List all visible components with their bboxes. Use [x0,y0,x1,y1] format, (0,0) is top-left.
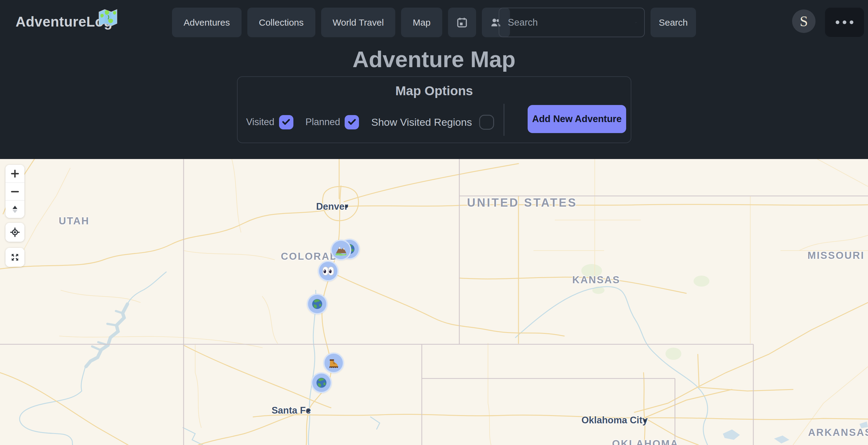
check-icon [281,118,291,127]
search-field-wrap [499,8,645,37]
folded-map-icon [98,8,118,27]
planned-checkbox[interactable] [345,115,359,129]
show-visited-regions-label: Show Visited Regions [371,116,472,128]
planned-label: Planned [306,117,340,127]
minus-icon [10,187,20,197]
options-divider [503,104,504,136]
show-visited-regions-checkbox[interactable] [479,115,494,130]
boot-emoji [327,356,340,369]
city-dot [307,409,310,412]
zoom-in-button[interactable] [5,165,24,182]
fullscreen-icon [10,253,20,262]
search-button[interactable]: Search [651,8,696,37]
geolocate-icon [10,227,20,237]
navbar: AdventureLog Adventures Collections Worl… [0,0,868,44]
zoom-out-button[interactable] [5,182,24,200]
ellipsis-icon [836,21,839,24]
tilt-icon [10,205,20,214]
tilt-button[interactable] [5,200,24,218]
city-label-oklahoma-city: Oklahoma City [581,415,648,426]
state-label-kansas: KANSAS [572,274,620,286]
calendar-button[interactable] [448,8,476,37]
geolocate-control [5,223,24,242]
city-dot [345,205,348,208]
nav-map[interactable]: Map [401,8,442,37]
state-label-missouri: MISSOURI [807,250,864,261]
page-title: Adventure Map [0,47,868,72]
add-new-adventure-button[interactable]: Add New Adventure [528,105,626,133]
city-label-santa-fe: Santa Fe [272,405,311,416]
state-label-oklahoma: OKLAHOMA [612,438,679,445]
state-label-arkansas: ARKANSAS [808,427,868,438]
adventure-marker-globe-emoji[interactable] [307,294,328,315]
adventure-marker-boot-emoji[interactable] [323,353,344,373]
eyes-emoji [322,265,335,277]
zoom-control-group [5,165,24,218]
geolocate-button[interactable] [5,223,24,242]
nav-collections[interactable]: Collections [247,8,315,37]
map-canvas[interactable]: UTAHCOLORADOUNITED STATESKANSASMISSOURIA… [0,159,868,445]
map-options-card: Map Options Visited Planned Show Visited… [237,76,631,143]
adventure-marker-globe-emoji[interactable] [311,373,332,393]
visited-checkbox[interactable] [279,115,293,129]
state-label-united-states: UNITED STATES [467,196,577,209]
nav-adventures[interactable]: Adventures [172,8,242,37]
mountain-emoji [335,243,347,256]
search-icon [636,18,636,28]
adventure-marker-mountain-emoji[interactable] [331,240,351,260]
check-icon [347,118,356,127]
city-dot [644,419,647,422]
globe-emoji [315,376,328,389]
fullscreen-button[interactable] [5,248,24,267]
adventure-marker-eyes-emoji[interactable] [318,261,339,281]
search-input[interactable] [499,17,636,28]
city-label-denver: Denver [316,201,348,212]
map-base-layer [0,159,868,445]
avatar[interactable]: S [792,9,815,33]
nav-world-travel[interactable]: World Travel [321,8,396,37]
fullscreen-control [5,248,24,267]
globe-emoji [311,298,323,310]
plus-icon [10,169,20,179]
overflow-menu-button[interactable] [825,8,864,37]
calendar-icon [456,16,468,29]
map-options-title: Map Options [238,84,631,98]
visited-label: Visited [246,117,275,127]
map-options-row: Visited Planned Show Visited Regions [246,113,494,131]
primary-nav: Adventures Collections World Travel Map [172,8,510,37]
state-label-utah: UTAH [59,215,89,227]
